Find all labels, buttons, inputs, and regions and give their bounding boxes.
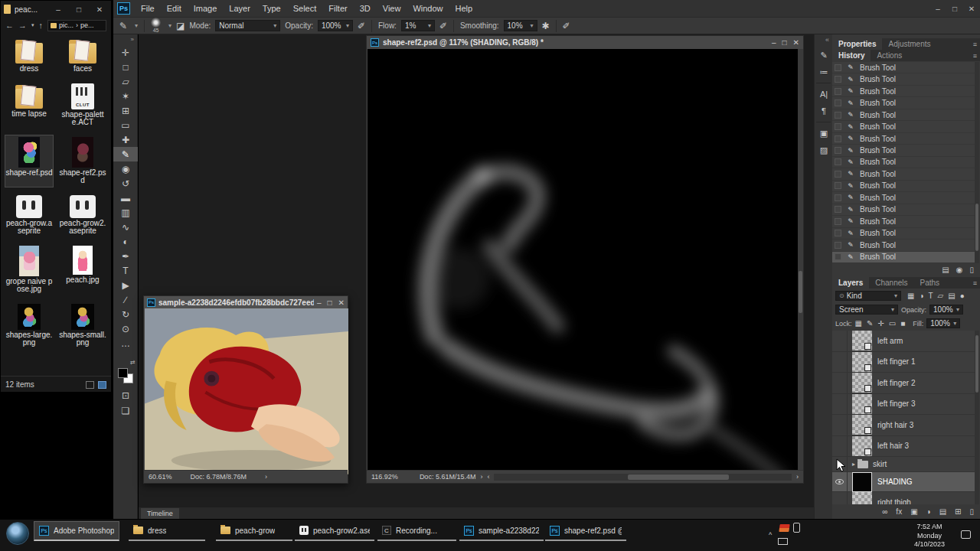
history-state-row[interactable]: ✎Brush Tool <box>832 62 975 73</box>
layer-row-right-thigh[interactable]: right thigh <box>832 492 975 504</box>
type-filter-icon[interactable]: T <box>929 292 933 300</box>
opacity-select[interactable]: 100% ▾ <box>318 20 353 31</box>
history-source-checkbox[interactable] <box>835 206 841 213</box>
menu-help[interactable]: Help <box>449 4 479 13</box>
history-dropdown-icon[interactable]: ▾ <box>31 22 34 28</box>
vertical-scrollbar[interactable] <box>798 49 803 471</box>
brush-tool[interactable]: ✎ <box>113 147 138 161</box>
lock-transparent-icon[interactable]: ▦ <box>855 319 862 328</box>
layer-row-left-arm[interactable]: left arm <box>832 331 975 352</box>
display-icon[interactable] <box>778 538 788 545</box>
swap-colors-icon[interactable]: ⇄ <box>130 359 136 366</box>
file-item-grope-naive-pose-jpg[interactable]: grope naive pose.jpg <box>5 243 54 296</box>
pressure-opacity-icon[interactable]: ✐ <box>358 21 365 31</box>
new-doc-from-state-icon[interactable]: ▤ <box>942 266 949 274</box>
visibility-toggle[interactable] <box>832 331 848 351</box>
file-item-shape-ref-psd[interactable]: shape-ref.psd <box>5 135 54 187</box>
history-state-row[interactable]: ✎Brush Tool <box>832 216 975 227</box>
file-item-shape-ref2-psd[interactable]: shape-ref2.psd <box>58 135 107 187</box>
history-source-checkbox[interactable] <box>835 76 841 83</box>
history-source-checkbox[interactable] <box>835 147 841 154</box>
menu-window[interactable]: Window <box>407 4 449 13</box>
new-layer-icon[interactable]: ⊞ <box>955 507 961 516</box>
file-item-peach-jpg[interactable]: peach.jpg <box>58 243 107 296</box>
visibility-toggle[interactable] <box>832 472 848 491</box>
tab-properties[interactable]: Properties <box>832 38 882 50</box>
delete-state-icon[interactable]: ▯ <box>969 266 974 274</box>
layer-row-skirt[interactable]: ▸skirt <box>832 457 975 472</box>
lock-move-icon[interactable]: ✛ <box>877 319 884 328</box>
history-state-row[interactable]: ✎Brush Tool <box>832 145 975 156</box>
history-source-checkbox[interactable] <box>835 64 841 71</box>
forward-icon[interactable]: → <box>18 21 27 30</box>
panel-menu-icon[interactable]: ≡ <box>970 50 980 61</box>
breadcrumb[interactable]: pic... › pe... <box>47 20 106 31</box>
menu-file[interactable]: File <box>135 4 161 13</box>
pen-tool[interactable]: ✒ <box>113 249 138 263</box>
task-dress[interactable]: dress <box>129 521 205 541</box>
history-state-row[interactable]: ✎Brush Tool <box>832 97 975 109</box>
history-source-checkbox[interactable] <box>835 182 841 189</box>
menu-view[interactable]: View <box>377 4 407 13</box>
photoshop-minimize-button[interactable]: – <box>929 2 946 15</box>
visibility-toggle[interactable] <box>832 415 848 435</box>
start-button[interactable] <box>6 522 29 545</box>
airbrush-icon[interactable]: ✐ <box>439 21 447 31</box>
kind-filter-select[interactable]: ⊙ Kind ▾ <box>835 291 901 301</box>
healing-brush-tool[interactable]: ✚ <box>113 132 138 147</box>
scroll-right-icon[interactable]: › <box>796 473 799 481</box>
quick-mask-icon[interactable]: ⊡ <box>113 388 138 403</box>
lasso-tool[interactable]: ▱ <box>113 74 138 89</box>
layers-scrollbar[interactable] <box>975 331 979 504</box>
document-close-button[interactable]: ✕ <box>793 38 799 47</box>
history-source-checkbox[interactable] <box>835 112 841 119</box>
layer-styles-icon[interactable]: fx <box>896 507 902 516</box>
visibility-toggle[interactable] <box>832 436 848 457</box>
tool-preset-icon[interactable]: ✎ <box>119 21 127 31</box>
character-panel-icon[interactable]: A| <box>815 86 833 103</box>
history-source-checkbox[interactable] <box>835 158 841 165</box>
history-source-checkbox[interactable] <box>835 242 841 249</box>
zoom-level[interactable]: 60.61% <box>149 473 172 481</box>
adjustment-layer-icon[interactable]: ◑ <box>926 507 931 516</box>
photoshop-close-button[interactable]: ✕ <box>963 2 980 15</box>
explorer-minimize-button[interactable]: – <box>50 3 67 15</box>
usb-icon[interactable] <box>793 523 800 533</box>
link-layers-icon[interactable]: ∞ <box>882 507 887 516</box>
smart-filter-icon[interactable]: ▤ <box>948 292 955 300</box>
history-state-row[interactable]: ✎Brush Tool <box>832 228 975 240</box>
history-scrollbar-thumb[interactable] <box>975 204 978 251</box>
history-source-checkbox[interactable] <box>835 123 841 130</box>
foreground-color-swatch[interactable] <box>118 368 128 378</box>
task-peach-grow2-aseprite-[interactable]: peach-grow2.aseprite... <box>295 521 374 541</box>
brush-settings-panel-icon[interactable]: ✎ <box>815 47 833 64</box>
history-source-checkbox[interactable] <box>835 88 841 95</box>
brush-settings-toggle-icon[interactable]: ◪ <box>176 21 185 31</box>
task-peach-grow[interactable]: peach-grow <box>216 521 292 541</box>
file-item-shape-palette-act[interactable]: CLUTshape-palette.ACT <box>58 81 107 129</box>
history-state-row[interactable]: ✎Brush Tool <box>832 204 975 216</box>
brush-preset-picker[interactable]: 45 <box>151 18 161 34</box>
file-item-dress[interactable]: dress <box>5 36 54 76</box>
history-source-checkbox[interactable] <box>835 171 841 178</box>
dodge-tool[interactable]: ◐ <box>113 234 138 249</box>
blend-mode-select[interactable]: Normal ▾ <box>215 20 280 31</box>
menu-layer[interactable]: Layer <box>223 4 256 13</box>
expand-arrow-icon[interactable]: ▸ <box>852 461 855 468</box>
task-sample-a2238d2246ef-[interactable]: Pssample-a2238d2246ef... <box>459 521 544 541</box>
task-recording-[interactable]: CRecording... <box>377 521 456 541</box>
file-item-faces[interactable]: faces <box>58 36 107 76</box>
thumbnail-view-icon[interactable] <box>98 381 106 389</box>
list-view-icon[interactable] <box>86 381 94 389</box>
explorer-close-button[interactable]: ✕ <box>91 3 108 15</box>
crop-tool[interactable]: ⊞ <box>113 103 138 118</box>
tab-actions[interactable]: Actions <box>871 50 908 61</box>
document-titlebar[interactable]: Ps shape-ref2.psd @ 117% (SHADING, RGB/8… <box>367 36 803 49</box>
horizontal-scrollbar[interactable] <box>494 474 792 481</box>
flow-select[interactable]: 1% ▾ <box>401 20 435 31</box>
layer-opacity-select[interactable]: 100% ▾ <box>929 305 963 315</box>
menu-image[interactable]: Image <box>188 4 224 13</box>
tab-paths[interactable]: Paths <box>914 277 946 289</box>
color-wells[interactable] <box>118 368 133 383</box>
layer-group-icon[interactable]: ▤ <box>939 507 946 516</box>
